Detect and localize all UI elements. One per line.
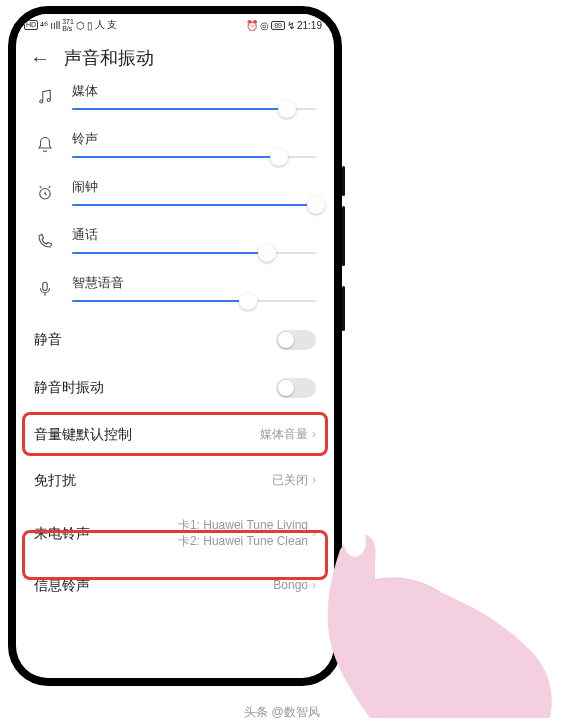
svg-rect-3 (43, 282, 48, 290)
slider-label: 通话 (72, 226, 316, 244)
slider-label: 铃声 (72, 130, 316, 148)
header: ← 声音和振动 (16, 36, 334, 76)
page-title: 声音和振动 (64, 46, 154, 70)
slider-track[interactable] (72, 108, 316, 110)
slider-thumb[interactable] (307, 196, 325, 214)
slider-fill (72, 204, 316, 206)
slider-label: 闹钟 (72, 178, 316, 196)
wifi-icon: ⬡ (76, 20, 85, 31)
speed-unit: B/s (62, 25, 72, 32)
sim-icon: ▯ (87, 20, 93, 31)
row-label: 静音时振动 (34, 379, 104, 397)
svg-point-1 (47, 99, 50, 102)
slider-thumb[interactable] (278, 100, 296, 118)
row-label: 静音 (34, 331, 62, 349)
status-right: ⏰ ◎ 89 ↯ 21:19 (246, 20, 322, 31)
chevron-right-icon: › (312, 526, 316, 542)
row-value: 媒体音量 (260, 427, 308, 443)
toggle-vibrate-on-mute[interactable] (276, 378, 316, 398)
content-area: 媒体 铃声 (16, 76, 334, 678)
slider-track[interactable] (72, 252, 316, 254)
phone-side-button (342, 286, 345, 331)
slider-track[interactable] (72, 300, 316, 302)
slider-fill (72, 156, 279, 158)
phone-side-button (342, 166, 345, 196)
slider-label: 媒体 (72, 82, 316, 100)
slider-thumb[interactable] (258, 244, 276, 262)
toggle-mute[interactable] (276, 330, 316, 350)
slider-fill (72, 252, 267, 254)
phone-frame: HD ⁴⁶ ııll 371B/s ⬡ ▯ 人 支 ⏰ ◎ 89 ↯ 21:19… (8, 6, 342, 686)
status-left: HD ⁴⁶ ııll 371B/s ⬡ ▯ 人 支 (24, 18, 117, 32)
slider-fill (72, 108, 287, 110)
row-dnd[interactable]: 免打扰 已关闭› (16, 458, 334, 504)
row-value-line1: 卡1: Huawei Tune Living (178, 518, 308, 532)
chevron-right-icon: › (312, 473, 316, 489)
chevron-right-icon: › (312, 578, 316, 594)
slider-ringtone[interactable]: 铃声 (16, 124, 334, 172)
row-ringtone[interactable]: 来电铃声 卡1: Huawei Tune Living 卡2: Huawei T… (16, 504, 334, 563)
eye-icon: ◎ (260, 20, 269, 31)
slider-fill (72, 300, 248, 302)
screen: HD ⁴⁶ ııll 371B/s ⬡ ▯ 人 支 ⏰ ◎ 89 ↯ 21:19… (16, 14, 334, 678)
row-value: 已关闭 (272, 473, 308, 489)
alarm-icon (34, 184, 56, 206)
row-label: 免打扰 (34, 472, 76, 490)
call-icon (34, 232, 56, 254)
mic-icon (34, 280, 56, 302)
clock: 21:19 (297, 20, 322, 31)
row-label: 音量键默认控制 (34, 426, 132, 444)
alarm-icon: ⏰ (246, 20, 258, 31)
chevron-right-icon: › (312, 427, 316, 443)
signal-icon: ııll (50, 20, 60, 31)
row-value: Bongo (273, 578, 308, 594)
slider-track[interactable] (72, 156, 316, 158)
bell-icon (34, 136, 56, 158)
hd-indicator: HD (24, 20, 38, 30)
back-icon[interactable]: ← (30, 48, 50, 68)
pay-icon: 支 (107, 18, 117, 32)
slider-call[interactable]: 通话 (16, 220, 334, 268)
row-label: 信息铃声 (34, 577, 90, 595)
music-icon (34, 88, 56, 110)
row-value-line2: 卡2: Huawei Tune Clean (178, 534, 308, 548)
slider-label: 智慧语音 (72, 274, 316, 292)
slider-media[interactable]: 媒体 (16, 76, 334, 124)
row-label: 来电铃声 (34, 525, 90, 543)
slider-alarm[interactable]: 闹钟 (16, 172, 334, 220)
slider-track[interactable] (72, 204, 316, 206)
slider-thumb[interactable] (270, 148, 288, 166)
row-sms-tone[interactable]: 信息铃声 Bongo› (16, 563, 334, 609)
row-vibrate-on-mute[interactable]: 静音时振动 (16, 364, 334, 412)
phone-side-button (342, 206, 345, 266)
net-type: ⁴⁶ (40, 20, 48, 31)
svg-point-4 (344, 527, 366, 557)
speed-value: 371 (62, 18, 74, 25)
row-mute[interactable]: 静音 (16, 316, 334, 364)
user-icon: 人 (95, 18, 105, 32)
status-bar: HD ⁴⁶ ııll 371B/s ⬡ ▯ 人 支 ⏰ ◎ 89 ↯ 21:19 (16, 14, 334, 36)
slider-thumb[interactable] (239, 292, 257, 310)
slider-voice[interactable]: 智慧语音 (16, 268, 334, 316)
watermark: 头条 @数智风 (0, 704, 564, 721)
battery-icon: 89 (271, 21, 285, 30)
svg-point-0 (40, 100, 43, 103)
row-volume-key-default[interactable]: 音量键默认控制 媒体音量› (16, 412, 334, 458)
